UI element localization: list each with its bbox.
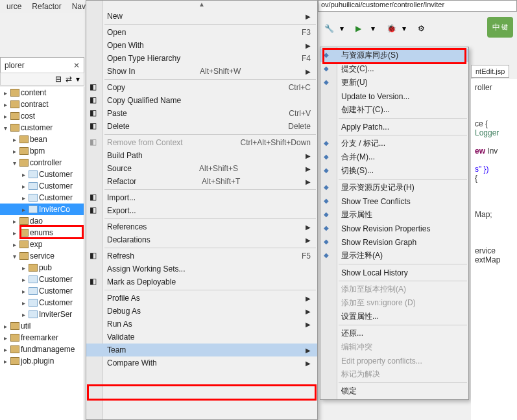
submenu-item[interactable]: ◆显示属性 xyxy=(320,208,468,222)
toolbar-dropdown-icon[interactable]: ▾ xyxy=(340,24,350,34)
team-submenu[interactable]: ◆与资源库同步(S)◆提交(C)...◆更新(U)Update to Versi… xyxy=(320,47,469,400)
submenu-item[interactable]: Update to Version... xyxy=(320,89,468,103)
expand-icon[interactable]: ▾ xyxy=(13,253,19,260)
menu-refactor[interactable]: Refactor xyxy=(32,2,61,11)
tree-item-customer[interactable]: ▸Customer xyxy=(0,169,84,180)
expand-icon[interactable]: ▸ xyxy=(4,113,10,120)
expand-icon[interactable]: ▸ xyxy=(22,276,29,283)
submenu-item[interactable]: ◆显示注释(A) xyxy=(320,249,468,262)
tree-item-job.plugin[interactable]: ▸job.plugin xyxy=(0,355,84,367)
tree-item-bpm[interactable]: ▸bpm xyxy=(0,145,84,157)
tree-item-customer[interactable]: ▸Customer xyxy=(0,285,84,297)
menu-item-source[interactable]: SourceAlt+Shift+S▶ xyxy=(86,162,317,175)
expand-icon[interactable]: ▸ xyxy=(4,358,10,365)
submenu-item[interactable]: 还原... xyxy=(320,327,468,340)
submenu-item[interactable]: ◆Show Revision Properties xyxy=(320,222,468,235)
tree-item-customer[interactable]: ▸Customer xyxy=(0,192,84,204)
submenu-item[interactable]: ◆显示资源历史记录(H) xyxy=(320,181,468,194)
expand-icon[interactable]: ▸ xyxy=(13,229,19,237)
menu-item-copy[interactable]: ◧CopyCtrl+C xyxy=(86,81,317,94)
menu-item-compare-with[interactable]: Compare With▶ xyxy=(86,356,317,369)
tree-item-customer[interactable]: ▸Customer xyxy=(0,180,84,192)
menu-item-open-with[interactable]: Open With▶ xyxy=(86,39,317,52)
submenu-item[interactable]: 锁定 xyxy=(320,384,468,398)
menu-item-refresh[interactable]: ◧RefreshF5 xyxy=(86,250,317,262)
tool-icon[interactable]: ⚙ xyxy=(418,24,428,34)
package-explorer-tree[interactable]: ▸content▸contract▸cost▾customer▸bean▸bpm… xyxy=(0,87,84,420)
tree-item-customer[interactable]: ▸Customer xyxy=(0,274,84,285)
tree-item-pub[interactable]: ▸pub xyxy=(0,262,84,274)
expand-icon[interactable]: ▸ xyxy=(13,218,19,225)
tree-item-service[interactable]: ▾service xyxy=(0,250,84,262)
context-menu[interactable]: ▲ New▶OpenF3Open With▶Open Type Hierarch… xyxy=(86,0,318,420)
menu-item-paste[interactable]: ◧PasteCtrl+V xyxy=(86,107,317,120)
tree-item-customer[interactable]: ▸Customer xyxy=(0,297,84,309)
menu-item-show-in[interactable]: Show InAlt+Shift+W▶ xyxy=(86,65,317,78)
view-menu-icon[interactable]: ▾ xyxy=(76,75,80,84)
submenu-item[interactable]: ◆分支 / 标记... xyxy=(320,137,468,150)
menu-item-open-type-hierarchy[interactable]: Open Type HierarchyF4 xyxy=(86,52,317,65)
menu-item-refactor[interactable]: RefactorAlt+Shift+T▶ xyxy=(86,175,317,188)
tree-item-inviterser[interactable]: ▸InviterSer xyxy=(0,309,84,320)
menu-item-build-path[interactable]: Build Path▶ xyxy=(86,149,317,162)
toolbar-dropdown-icon[interactable]: ▾ xyxy=(371,24,381,34)
expand-icon[interactable]: ▸ xyxy=(22,264,29,272)
menu-item-open[interactable]: OpenF3 xyxy=(86,26,317,39)
menu-item-run-as[interactable]: Run As▶ xyxy=(86,318,317,331)
expand-icon[interactable]: ▸ xyxy=(4,334,10,342)
toolbar-icon[interactable]: 🔧 xyxy=(324,24,335,34)
tree-item-enums[interactable]: ▸enums xyxy=(0,227,84,239)
tree-item-util[interactable]: ▸util xyxy=(0,320,84,332)
menu-source[interactable]: urce xyxy=(6,2,21,11)
code-editor[interactable]: roller ce { Logger ew Inv s" }) { Map; e… xyxy=(471,79,517,420)
expand-icon[interactable]: ▸ xyxy=(22,206,29,213)
tree-item-contract[interactable]: ▸contract xyxy=(0,99,84,110)
submenu-item[interactable]: 设置属性... xyxy=(320,310,468,323)
expand-icon[interactable]: ▸ xyxy=(22,311,29,318)
expand-icon[interactable]: ▸ xyxy=(13,136,19,143)
tree-item-exp[interactable]: ▸exp xyxy=(0,239,84,250)
tree-item-freemarker[interactable]: ▸freemarker xyxy=(0,332,84,344)
expand-icon[interactable]: ▸ xyxy=(22,299,29,307)
submenu-item[interactable]: ◆与资源库同步(S) xyxy=(320,49,468,62)
debug-icon[interactable]: 🐞 xyxy=(387,24,397,34)
collapse-all-icon[interactable]: ⊟ xyxy=(55,75,62,84)
submenu-item[interactable]: ◆Show Revision Graph xyxy=(320,235,468,249)
submenu-item[interactable]: ◆更新(U) xyxy=(320,76,468,89)
menu-item-debug-as[interactable]: Debug As▶ xyxy=(86,305,317,318)
expand-icon[interactable]: ▸ xyxy=(22,171,29,178)
tree-item-inviterco[interactable]: ▸InviterCo xyxy=(0,204,84,215)
submenu-item[interactable]: Apply Patch... xyxy=(320,120,468,134)
tree-item-dao[interactable]: ▸dao xyxy=(0,215,84,227)
menu-item-delete[interactable]: ◧DeleteDelete xyxy=(86,120,317,133)
menu-item-team[interactable]: Team▶ xyxy=(86,344,317,356)
expand-icon[interactable]: ▸ xyxy=(13,148,19,155)
close-icon[interactable]: ✕ xyxy=(73,61,80,70)
menu-item-assign-working-sets-[interactable]: Assign Working Sets... xyxy=(86,262,317,275)
expand-icon[interactable]: ▸ xyxy=(22,288,29,295)
menu-item-declarations[interactable]: Declarations▶ xyxy=(86,233,317,246)
tree-item-cost[interactable]: ▸cost xyxy=(0,110,84,122)
tree-item-bean[interactable]: ▸bean xyxy=(0,134,84,145)
expand-icon[interactable]: ▾ xyxy=(4,124,10,132)
submenu-item[interactable]: ◆切换(S)... xyxy=(320,164,468,178)
submenu-item[interactable]: ◆提交(C)... xyxy=(320,62,468,76)
expand-icon[interactable]: ▸ xyxy=(4,346,10,353)
ime-indicator[interactable]: 中 键 xyxy=(487,17,513,38)
submenu-item[interactable]: ◆Show Tree Conflicts xyxy=(320,194,468,208)
tree-item-controller[interactable]: ▾controller xyxy=(0,157,84,169)
expand-icon[interactable]: ▸ xyxy=(22,183,29,190)
submenu-item[interactable]: ◆合并(M)... xyxy=(320,150,468,164)
expand-icon[interactable]: ▾ xyxy=(13,159,19,167)
menu-navigate[interactable]: Nav xyxy=(72,2,86,11)
expand-icon[interactable]: ▸ xyxy=(4,101,10,108)
expand-icon[interactable]: ▸ xyxy=(22,194,29,202)
menu-item-references[interactable]: References▶ xyxy=(86,220,317,233)
expand-icon[interactable]: ▸ xyxy=(13,241,19,248)
submenu-item[interactable]: 创建补丁(C)... xyxy=(320,103,468,117)
menu-item-profile-as[interactable]: Profile As▶ xyxy=(86,292,317,305)
tree-item-content[interactable]: ▸content xyxy=(0,87,84,99)
menu-item-export-[interactable]: ◧Export... xyxy=(86,204,317,217)
submenu-item[interactable]: Show Local History xyxy=(320,266,468,279)
menu-item-import-[interactable]: ◧Import... xyxy=(86,191,317,204)
